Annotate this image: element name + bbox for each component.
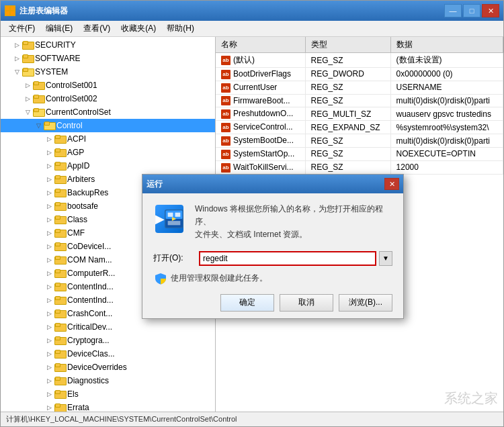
tree-item-controlset002[interactable]: ▷ ControlSet002	[1, 92, 215, 105]
tree-item-agp[interactable]: ▷ AGP	[1, 146, 215, 159]
folder-icon	[54, 161, 65, 171]
shield-icon	[155, 273, 167, 285]
menu-help[interactable]: 帮助(H)	[161, 21, 200, 36]
expand-icon: ▽	[11, 66, 22, 77]
table-row[interactable]: ab(默认) REG_SZ (数值未设置)	[216, 53, 503, 68]
table-row[interactable]: abPreshutdownO... REG_MULTI_SZ wuauserv …	[216, 107, 503, 121]
tree-item-control[interactable]: ▽ Control	[1, 119, 215, 132]
tree-label: ControlSet002	[46, 94, 97, 103]
tree-item-diagnostics[interactable]: ▷ Diagnostics	[1, 374, 215, 387]
folder-icon	[54, 188, 65, 197]
folder-icon	[54, 282, 65, 291]
folder-icon	[54, 215, 65, 224]
tree-label: Diagnostics	[67, 376, 109, 385]
tree-label: SOFTWARE	[35, 54, 81, 63]
run-input[interactable]	[199, 251, 376, 266]
dialog-input-row: 打开(O): ▼	[153, 251, 392, 266]
tree-label: ComputerR...	[67, 269, 115, 278]
tree-item-cryptogra[interactable]: ▷ Cryptogra...	[1, 334, 215, 347]
reg-data: USERNAME	[390, 81, 503, 94]
reg-name: abServiceControl...	[216, 121, 305, 134]
expand-icon: ▷	[44, 147, 54, 158]
menu-file[interactable]: 文件(F)	[3, 21, 40, 36]
svg-rect-3	[11, 11, 14, 15]
folder-icon	[54, 322, 65, 332]
expand-icon: ▷	[44, 134, 54, 144]
expand-icon: ▷	[44, 375, 54, 386]
reg-data: 12000	[390, 160, 503, 174]
tree-item-appid[interactable]: ▷ AppID	[1, 159, 215, 173]
tree-item-els[interactable]: ▷ Els	[1, 387, 215, 401]
expand-icon: ▷	[11, 53, 22, 64]
table-row[interactable]: abWaitToKillServi... REG_SZ 12000	[216, 160, 503, 174]
reg-name: abSystemStartOp...	[216, 147, 305, 160]
tree-label: Control	[56, 121, 83, 130]
expand-icon: ▷	[44, 228, 54, 238]
tree-label: ControlSet001	[46, 81, 97, 90]
reg-data: multi(0)disk(0)rdisk(0)parti	[390, 134, 503, 148]
expand-icon: ▷	[44, 160, 54, 171]
expand-icon: ▷	[22, 80, 33, 91]
tree-item-controlset001[interactable]: ▷ ControlSet001	[1, 79, 215, 92]
table-row[interactable]: abServiceControl... REG_EXPAND_SZ %syste…	[216, 121, 503, 134]
browse-button[interactable]: 浏览(B)...	[339, 294, 392, 312]
menu-view[interactable]: 查看(V)	[78, 21, 116, 36]
tree-item-software[interactable]: ▷ SOFTWARE	[1, 52, 215, 65]
tree-item-deviceclas[interactable]: ▷ DeviceClas...	[1, 347, 215, 361]
reg-data: wuauserv gpsvc trustedins	[390, 107, 503, 121]
tree-label: CoDeviceI...	[67, 242, 111, 251]
close-button[interactable]: ✕	[482, 4, 499, 17]
folder-icon	[54, 255, 65, 265]
tree-label: DeviceClas...	[67, 349, 115, 359]
cancel-button[interactable]: 取消	[280, 294, 333, 312]
table-row[interactable]: abFirmwareBoot... REG_SZ multi(0)disk(0)…	[216, 94, 503, 107]
main-window: 注册表编辑器 — □ ✕ 文件(F) 编辑(E) 查看(V) 收藏夹(A) 帮助…	[0, 0, 504, 427]
menu-edit[interactable]: 编辑(E)	[40, 21, 78, 36]
reg-type: REG_EXPAND_SZ	[305, 121, 390, 134]
folder-icon	[54, 349, 65, 359]
run-dialog: 运行 ✕	[142, 174, 404, 319]
dropdown-button[interactable]: ▼	[379, 251, 392, 266]
folder-icon	[54, 309, 65, 318]
tree-item-security[interactable]: ▷ SECURITY	[1, 38, 215, 52]
tree-item-deviceoverrides[interactable]: ▷ DeviceOverrides	[1, 361, 215, 374]
folder-icon	[22, 67, 33, 77]
tree-item-errata[interactable]: ▷ Errata	[1, 401, 215, 412]
folder-icon	[44, 121, 54, 130]
folder-icon	[54, 134, 65, 144]
reg-type: REG_SZ	[305, 134, 390, 148]
expand-icon: ▷	[44, 174, 54, 185]
folder-icon	[54, 228, 65, 238]
maximize-button[interactable]: □	[463, 4, 480, 17]
expand-icon: ▷	[44, 389, 54, 399]
svg-rect-9	[168, 221, 181, 225]
tree-item-system[interactable]: ▽ SYSTEM	[1, 65, 215, 79]
reg-name: abBootDriverFlags	[216, 68, 305, 81]
tree-label: AppID	[67, 161, 89, 171]
reg-data: NOEXECUTE=OPTIN	[390, 147, 503, 160]
dialog-close-button[interactable]: ✕	[384, 178, 399, 190]
reg-name: abCurrentUser	[216, 81, 305, 94]
folder-icon	[54, 403, 65, 412]
ok-button[interactable]: 确定	[220, 294, 274, 312]
folder-icon	[22, 40, 33, 50]
folder-icon	[33, 94, 44, 103]
title-bar-buttons: — □ ✕	[444, 4, 499, 17]
reg-type: REG_SZ	[305, 94, 390, 107]
table-row[interactable]: abSystemStartOp... REG_SZ NOEXECUTE=OPTI…	[216, 147, 503, 160]
reg-data: (数值未设置)	[390, 53, 503, 68]
reg-type: REG_SZ	[305, 160, 390, 174]
table-row[interactable]: abSystemBootDe... REG_SZ multi(0)disk(0)…	[216, 134, 503, 148]
expand-icon: ▷	[44, 187, 54, 198]
tree-label: Arbiters	[67, 175, 95, 184]
tree-item-acpi[interactable]: ▷ ACPI	[1, 132, 215, 146]
menu-favorites[interactable]: 收藏夹(A)	[116, 21, 161, 36]
table-row[interactable]: abCurrentUser REG_SZ USERNAME	[216, 81, 503, 94]
svg-rect-2	[6, 11, 9, 15]
dialog-body: Windows 将根据您所输入的名称，为您打开相应的程序、文件夹、文档或 Int…	[142, 193, 403, 318]
minimize-button[interactable]: —	[444, 4, 462, 17]
tree-item-criticaldev[interactable]: ▷ CriticalDev...	[1, 320, 215, 334]
table-row[interactable]: abBootDriverFlags REG_DWORD 0x00000000 (…	[216, 68, 503, 81]
tree-label: ACPI	[67, 134, 86, 144]
tree-item-currentcontrolset[interactable]: ▽ CurrentControlSet	[1, 105, 215, 119]
